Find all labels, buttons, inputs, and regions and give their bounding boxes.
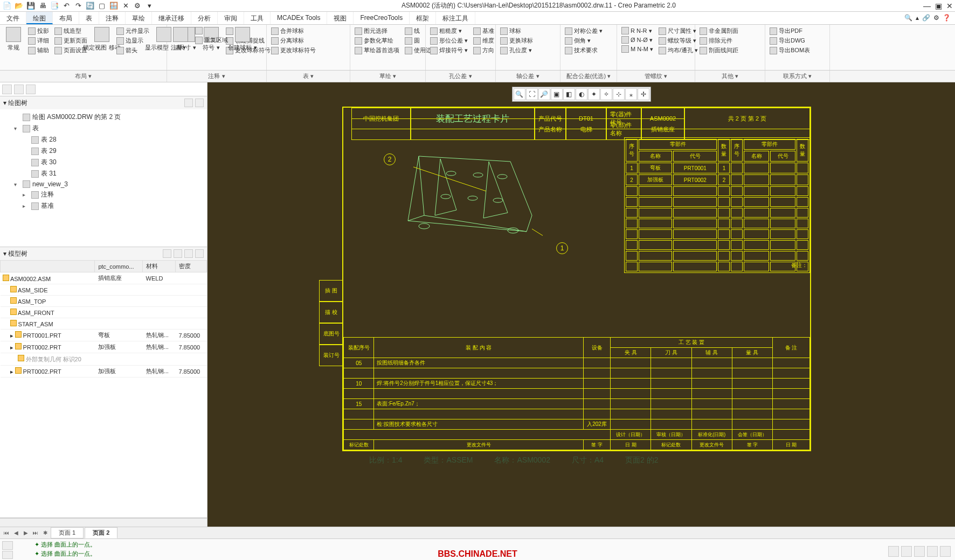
ribbon-label[interactable]: 其他 ▾	[695, 71, 765, 82]
ribbon-label[interactable]: 轴公差 ▾	[496, 71, 560, 82]
table-button[interactable]: 表 ▾	[170, 26, 191, 52]
drawing-tree-header[interactable]: 绘图树	[0, 96, 207, 109]
save-icon[interactable]: 💾	[26, 1, 36, 11]
tab-star-icon[interactable]	[26, 85, 36, 94]
chamfer-button[interactable]: 倒角 ▾	[563, 36, 604, 45]
close-win-icon[interactable]: ✕	[121, 1, 130, 11]
tree-item[interactable]: new_view_3	[3, 179, 204, 189]
menu-tab-4[interactable]: 注释	[99, 12, 126, 24]
ribbon-label[interactable]: 孔公差 ▾	[426, 71, 496, 82]
regen-icon[interactable]: 🔄	[85, 1, 95, 11]
tree-item[interactable]: 表 28	[3, 134, 204, 145]
help-icon[interactable]: ❓	[943, 14, 951, 22]
datum1-icon[interactable]: ✦	[588, 88, 600, 100]
menu-tab-14[interactable]: 标注工具	[436, 12, 475, 24]
ribbon-label[interactable]: 联系方式 ▾	[765, 71, 830, 82]
detail-button[interactable]: 详细	[26, 36, 51, 45]
linetype-button[interactable]: 线造型	[53, 26, 89, 36]
splitball-button[interactable]: 分离球标	[269, 36, 317, 45]
dropdown-icon[interactable]: ▾	[144, 1, 154, 11]
dwg-button[interactable]: 导出DWG	[768, 36, 812, 45]
ribbon-label[interactable]: 管螺纹 ▾	[617, 71, 695, 82]
model-row[interactable]: 外部复制几何 标识20	[1, 353, 207, 366]
sb-icon-4[interactable]	[927, 546, 938, 557]
tree-item[interactable]: 表 30	[3, 157, 204, 168]
nonmetal-button[interactable]: 非金属剖面	[698, 26, 740, 36]
menu-tab-11[interactable]: 视图	[327, 12, 354, 24]
exclude-button[interactable]: 排除元件	[698, 36, 740, 45]
menu-tab-13[interactable]: 框架	[410, 12, 436, 24]
model-row[interactable]: START_ASM	[1, 318, 207, 330]
model-row[interactable]: ASM_FRONT	[1, 307, 207, 318]
modifyball-button[interactable]: 更改球标符号	[269, 46, 317, 55]
sheet-button[interactable]: 常规	[3, 26, 24, 52]
link-icon[interactable]: 🔗	[922, 14, 930, 22]
page-last-icon[interactable]: ⏭	[31, 530, 40, 536]
tree-item[interactable]: 表 29	[3, 145, 204, 157]
changeball-button[interactable]: 更换球标	[499, 36, 535, 45]
menu-tab-3[interactable]: 表	[79, 12, 99, 24]
model-row[interactable]: ▸ PRT0002.PRT加强板热轧钢...7.85000	[1, 366, 207, 377]
options-icon[interactable]: ⚙	[933, 14, 939, 22]
dimprop-button[interactable]: 尺寸属性 ▾	[657, 26, 700, 36]
model-col[interactable]: 密度	[175, 261, 206, 272]
tree-root[interactable]: 绘图 ASM0002.DRW 的第 2 页	[3, 111, 204, 123]
mt-opt4-icon[interactable]	[195, 249, 204, 258]
datum-button[interactable]: 基准	[472, 26, 496, 36]
aux-button[interactable]: 辅助	[26, 46, 51, 55]
select-button[interactable]: 图元选择	[353, 26, 401, 36]
tab-tree-icon[interactable]	[2, 85, 12, 94]
model-row[interactable]: ASM_SIDE	[1, 284, 207, 296]
mt-opt1-icon[interactable]	[163, 249, 171, 258]
ribbon-label[interactable]: 草绘 ▾	[350, 71, 426, 82]
menu-tab-0[interactable]: 文件	[0, 12, 26, 24]
dir-button[interactable]: 方向	[472, 46, 496, 55]
page-new-icon[interactable]: ✱	[41, 530, 50, 536]
drawing-canvas[interactable]: 🔍 ⛶ 🔎 ▣ ◧ ◐ ✦ ✧ ⊹ ⁎ ✢ 中国挖机集团 装配工艺过程卡片 产品…	[207, 82, 955, 527]
page-tab-1[interactable]: 页面 2	[85, 527, 117, 538]
ribbon-label[interactable]: 布局 ▾	[0, 71, 167, 82]
menu-tab-9[interactable]: 工具	[244, 12, 271, 24]
menu-tab-12[interactable]: FreeCreoTools	[354, 12, 410, 24]
model-tree-header[interactable]: 模型树	[0, 247, 207, 260]
ribbon-min-icon[interactable]: ▴	[916, 14, 919, 22]
ribbon-label[interactable]: 注释 ▾	[167, 71, 267, 82]
pdf-icon[interactable]: 📑	[50, 1, 59, 11]
page-tab-0[interactable]: 页面 1	[51, 527, 84, 538]
zoom-fit-icon[interactable]: ⛶	[526, 88, 538, 100]
r-button[interactable]: R N-R ▾	[620, 26, 655, 35]
dim2-button[interactable]: 维度	[472, 36, 496, 45]
display-icon[interactable]: ◧	[563, 88, 575, 100]
model-col[interactable]: 材料	[143, 261, 176, 272]
model-row[interactable]: ASM_TOP	[1, 296, 207, 307]
close-icon[interactable]: ✕	[946, 2, 953, 10]
tab-folder-icon[interactable]	[14, 85, 24, 94]
techreq-button[interactable]: 技术要求	[563, 46, 604, 55]
open-icon[interactable]: 📂	[14, 1, 24, 11]
zoom-in-icon[interactable]: 🔍	[514, 88, 525, 100]
model-col[interactable]: ptc_commo...	[95, 261, 143, 272]
datum2-icon[interactable]: ✧	[600, 88, 612, 100]
sb-icon-2[interactable]	[901, 546, 912, 557]
balloon-button[interactable]: 创建球标 ▾	[232, 26, 253, 52]
evenhole-button[interactable]: 均布/通孔 ▾	[657, 46, 700, 55]
tree-opts-icon[interactable]	[184, 99, 193, 107]
tree-item[interactable]: 表 31	[3, 168, 204, 179]
formtol-button[interactable]: 形位公差 ▾	[428, 36, 469, 45]
undo-icon[interactable]: ↶	[61, 1, 71, 11]
status-btn1[interactable]	[2, 541, 13, 550]
zoom-out-icon[interactable]: 🔎	[538, 88, 550, 100]
redo-icon[interactable]: ↷	[73, 1, 83, 11]
sketchpref-button[interactable]: 草绘器首选项	[353, 46, 401, 55]
model-row[interactable]: ▸ PRT0002.PRT加强板热轧钢...7.85000	[1, 341, 207, 353]
tree-item[interactable]: 注释	[3, 189, 204, 200]
proj-button[interactable]: 投影	[26, 26, 51, 36]
tree-item[interactable]: 表	[3, 123, 204, 134]
menu-tab-10[interactable]: MCADEx Tools	[271, 12, 327, 24]
ribbon-label[interactable]: 配合公差(优选) ▾	[560, 71, 617, 82]
ballref-button[interactable]: 球标	[499, 26, 535, 36]
window-icon[interactable]: 🪟	[109, 1, 119, 11]
settings-icon[interactable]: ⚙	[133, 1, 142, 11]
maximize-icon[interactable]: ▣	[935, 2, 942, 10]
menu-tab-2[interactable]: 布局	[53, 12, 79, 24]
